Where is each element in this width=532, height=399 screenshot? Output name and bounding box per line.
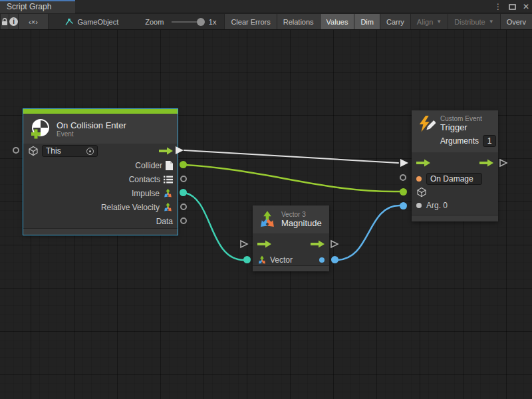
- vector3-icon: [257, 255, 267, 265]
- node-header: On Collision Enter Event: [23, 114, 178, 144]
- contacts-label: Contacts: [129, 175, 160, 184]
- arguments-label: Arguments: [440, 136, 479, 146]
- arg0-port-indicator: [416, 203, 422, 208]
- flow-out-port[interactable]: [499, 158, 508, 168]
- event-name-port-indicator: [416, 176, 422, 182]
- flow-in-arrow-icon: [257, 240, 271, 248]
- collider-wire[interactable]: [185, 165, 400, 192]
- node-title: On Collision Enter: [57, 120, 126, 130]
- clear-errors-button[interactable]: Clear Errors: [224, 14, 277, 29]
- vector3-icon: [163, 202, 173, 212]
- arg0-input-port[interactable]: [400, 202, 407, 209]
- vector-input-port[interactable]: [243, 256, 251, 263]
- dim-button[interactable]: Dim: [354, 14, 380, 29]
- node-header: Vector 3 Magnitude: [253, 205, 329, 233]
- target-input-port[interactable]: [400, 188, 407, 196]
- collider-port-row: Collider: [23, 158, 178, 172]
- gameobject-context[interactable]: GameObject: [61, 14, 123, 29]
- impulse-port[interactable]: [180, 189, 187, 196]
- cube-icon: [416, 187, 427, 198]
- node-footer: [412, 215, 498, 221]
- flow-out-arrow-icon: [311, 240, 325, 248]
- cube-icon: [28, 146, 39, 156]
- zoom-label: Zoom: [141, 14, 168, 29]
- relative-velocity-label: Relative Velocity: [101, 203, 160, 212]
- flow-out-arrow-icon: [479, 159, 493, 167]
- collider-label: Collider: [135, 161, 162, 170]
- graph-canvas[interactable]: On Collision Enter Event This: [0, 30, 532, 399]
- values-button[interactable]: Values: [321, 14, 355, 29]
- node-on-collision-enter[interactable]: On Collision Enter Event This: [23, 109, 178, 235]
- lock-icon: [1, 17, 9, 26]
- node-title: Trigger: [440, 122, 496, 132]
- custom-event-icon: [417, 115, 436, 135]
- vector3-icon: [163, 188, 173, 198]
- node-category: Custom Event: [440, 115, 496, 122]
- result-port-indicator: [319, 257, 325, 263]
- flow-out-arrow-icon: [159, 147, 173, 155]
- this-field[interactable]: This: [42, 145, 98, 157]
- align-dropdown[interactable]: Align ▼: [411, 14, 448, 29]
- event-name-row: On Damage: [412, 172, 498, 186]
- event-name-field[interactable]: On Damage: [426, 173, 482, 185]
- collider-port[interactable]: [180, 161, 187, 168]
- list-icon: [164, 176, 173, 184]
- carry-button[interactable]: Carry: [380, 14, 411, 29]
- title-bar: Script Graph ⋮ ✕: [0, 0, 532, 13]
- node-trigger-custom-event[interactable]: Custom Event Trigger Arguments 1: [412, 110, 498, 221]
- relative-velocity-port[interactable]: [180, 203, 187, 210]
- vector-label: Vector: [270, 255, 293, 265]
- object-picker-icon[interactable]: [86, 148, 94, 155]
- zoom-value: 1x: [207, 14, 221, 29]
- vector-input-row: Vector: [253, 255, 329, 265]
- contacts-port-row: Contacts: [23, 172, 178, 186]
- lock-button[interactable]: [0, 14, 9, 29]
- target-row: [412, 186, 498, 199]
- overview-button[interactable]: Overv: [501, 14, 532, 29]
- relative-velocity-port-row: Relative Velocity: [23, 200, 178, 214]
- zoom-slider-thumb[interactable]: [197, 18, 205, 26]
- flow-in-arrow-icon: [416, 159, 430, 167]
- this-value: This: [46, 146, 61, 156]
- flow-in-port-connected[interactable]: [400, 158, 409, 168]
- script-graph-window: Script Graph ⋮ ✕ i ‹×› GameObject: [0, 0, 532, 399]
- magnitude-output-port[interactable]: [331, 256, 338, 263]
- node-footer: [23, 228, 178, 235]
- flow-wire[interactable]: [184, 150, 398, 163]
- distribute-dropdown[interactable]: Distribute ▼: [448, 14, 500, 29]
- maximize-icon[interactable]: [509, 3, 516, 10]
- window-controls: ⋮ ✕: [494, 0, 529, 13]
- data-port[interactable]: [180, 217, 187, 224]
- self-input-port[interactable]: [13, 147, 19, 154]
- flow-in-port[interactable]: [239, 239, 249, 249]
- collider-doc-icon: [166, 161, 173, 170]
- info-icon: i: [9, 17, 18, 26]
- menu-dots-icon[interactable]: ⋮: [494, 1, 502, 13]
- arg0-row: Arg. 0: [412, 199, 498, 212]
- contacts-port[interactable]: [180, 176, 187, 182]
- impulse-port-row: Impulse: [23, 186, 178, 200]
- flow-out-port[interactable]: [330, 239, 339, 249]
- event-accent-bar: [23, 109, 178, 114]
- impulse-wire[interactable]: [185, 193, 244, 260]
- node-vector3-magnitude[interactable]: Vector 3 Magnitude: [253, 205, 329, 271]
- align-label: Align: [417, 18, 433, 26]
- relations-button[interactable]: Relations: [277, 14, 321, 29]
- node-header: Custom Event Trigger Arguments 1: [412, 110, 498, 152]
- close-icon[interactable]: ✕: [523, 1, 529, 13]
- flow-row: [412, 154, 498, 172]
- result-wire[interactable]: [336, 205, 400, 260]
- zoom-slider[interactable]: [172, 21, 203, 23]
- node-footer: [253, 265, 329, 271]
- code-view-button[interactable]: ‹×›: [19, 14, 48, 29]
- node-title: Magnitude: [281, 218, 322, 228]
- arguments-field[interactable]: 1: [483, 135, 496, 147]
- toolbar: i ‹×› GameObject Zoom 1x Clear Errors Re…: [0, 14, 532, 30]
- node-category: Vector 3: [281, 211, 322, 218]
- tab-script-graph[interactable]: Script Graph: [0, 0, 75, 13]
- event-name-port[interactable]: [400, 174, 406, 181]
- info-button[interactable]: i: [9, 14, 19, 29]
- event-icon: [29, 118, 51, 140]
- flow-out-port-connected[interactable]: [175, 146, 184, 155]
- chevron-down-icon: ▼: [436, 19, 442, 25]
